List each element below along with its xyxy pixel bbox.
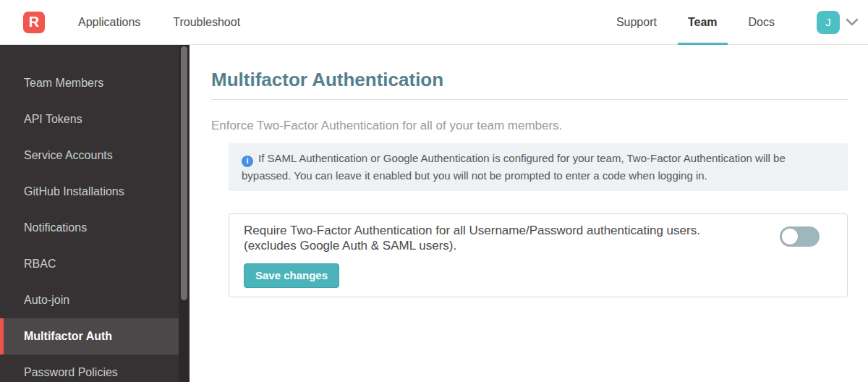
sidebar-item-rbac[interactable]: RBAC bbox=[0, 246, 179, 282]
settings-section: iIf SAML Authentication or Google Authen… bbox=[229, 143, 848, 297]
info-note: iIf SAML Authentication or Google Authen… bbox=[229, 143, 848, 191]
nav-item-label: Team bbox=[688, 16, 718, 29]
chevron-down-icon[interactable] bbox=[846, 18, 859, 27]
setting-left-column: Require Two-Factor Authentication for al… bbox=[244, 223, 700, 288]
info-icon: i bbox=[242, 156, 253, 167]
save-changes-button[interactable]: Save changes bbox=[244, 263, 339, 288]
two-factor-setting-card: Require Two-Factor Authentication for al… bbox=[229, 213, 848, 297]
user-avatar[interactable]: J bbox=[817, 11, 840, 34]
nav-item-label: Applications bbox=[78, 16, 140, 29]
sidebar-item-notifications[interactable]: Notifications bbox=[0, 210, 179, 246]
navbar-right: Support Team Docs J bbox=[606, 0, 868, 45]
nav-item-label: Support bbox=[616, 16, 657, 29]
avatar-initial: J bbox=[825, 16, 831, 28]
rollbar-logo[interactable]: R bbox=[23, 12, 45, 33]
nav-item-label: Troubleshoot bbox=[173, 16, 240, 29]
two-factor-toggle[interactable] bbox=[780, 226, 820, 247]
sidebar-item-api-tokens[interactable]: API Tokens bbox=[0, 101, 179, 137]
nav-item-docs[interactable]: Docs bbox=[739, 0, 785, 45]
settings-sidebar: Team Members API Tokens Service Accounts… bbox=[0, 45, 190, 382]
sidebar-list: Team Members API Tokens Service Accounts… bbox=[0, 45, 179, 382]
sidebar-item-service-accounts[interactable]: Service Accounts bbox=[0, 137, 179, 174]
logo-letter: R bbox=[29, 14, 39, 30]
main-content: Multifactor Authentication Enforce Two-F… bbox=[190, 45, 868, 382]
sidebar-scrollbar-thumb[interactable] bbox=[181, 46, 187, 300]
page-title: Multifactor Authentication bbox=[211, 69, 848, 90]
toggle-knob bbox=[782, 229, 798, 245]
setting-label: Require Two-Factor Authentication for al… bbox=[244, 223, 700, 253]
navbar-left: R Applications Troubleshoot bbox=[0, 0, 273, 45]
info-note-text: If SAML Authentication or Google Authent… bbox=[242, 152, 786, 182]
setting-label-line2: (excludes Google Auth & SAML users). bbox=[244, 238, 700, 253]
sidebar-item-auto-join[interactable]: Auto-join bbox=[0, 282, 179, 318]
sidebar-item-password-policies[interactable]: Password Policies bbox=[0, 355, 179, 382]
sidebar-item-multifactor-auth[interactable]: Multifactor Auth bbox=[0, 318, 179, 355]
setting-label-line1: Require Two-Factor Authentication for al… bbox=[244, 223, 700, 238]
top-navbar: R Applications Troubleshoot Support Team… bbox=[0, 0, 868, 45]
nav-item-support[interactable]: Support bbox=[606, 0, 667, 45]
sidebar-item-github-installations[interactable]: GitHub Installations bbox=[0, 174, 179, 210]
page-subtitle: Enforce Two-Factor Authentication for al… bbox=[211, 119, 848, 133]
nav-item-applications[interactable]: Applications bbox=[78, 0, 140, 45]
nav-item-label: Docs bbox=[749, 16, 775, 29]
active-tab-underline bbox=[678, 43, 728, 45]
nav-item-troubleshoot[interactable]: Troubleshoot bbox=[173, 0, 240, 45]
sidebar-item-team-members[interactable]: Team Members bbox=[0, 65, 179, 101]
sidebar-scrollbar-track[interactable] bbox=[179, 45, 190, 382]
title-divider bbox=[211, 99, 848, 100]
nav-item-team[interactable]: Team bbox=[678, 0, 728, 45]
